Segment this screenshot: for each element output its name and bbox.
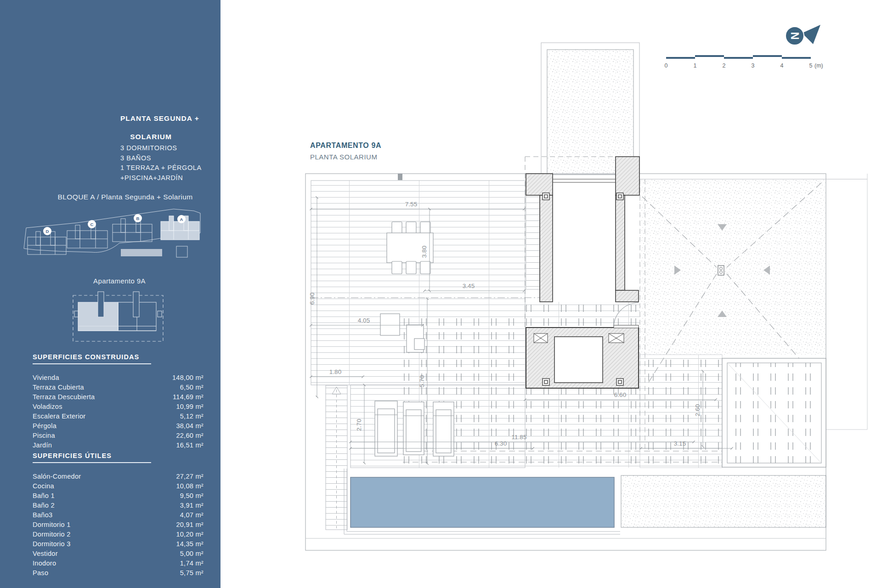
chair — [420, 261, 430, 274]
chair — [420, 222, 430, 234]
dim-label: 3.45 — [463, 283, 475, 289]
chair — [406, 222, 416, 234]
sun-lounger — [375, 401, 397, 456]
dim-label: 4.05 — [358, 317, 370, 324]
planter — [414, 339, 424, 350]
dim-label: 1.80 — [329, 368, 341, 375]
sun-lounger — [433, 402, 454, 456]
chair — [392, 222, 402, 234]
planter — [380, 314, 400, 335]
dim-label: 6.60 — [614, 391, 626, 398]
core-lower-void — [554, 337, 603, 383]
sun-lounger — [403, 402, 424, 455]
dim-label: 11.85 — [512, 434, 527, 441]
right-pergola — [722, 358, 826, 467]
dim-label: 6.90 — [309, 293, 316, 305]
core-beam — [553, 179, 616, 182]
dim-label: 3.15 — [674, 440, 686, 447]
dim-label: 6.30 — [495, 440, 507, 447]
chair — [392, 261, 402, 274]
stair-tower — [541, 43, 639, 175]
roof-drain — [718, 266, 724, 275]
border-vent — [398, 174, 402, 180]
stairwell-void — [553, 182, 616, 302]
stair-core — [526, 157, 639, 388]
pool — [344, 469, 620, 534]
dim-label: 2.70 — [356, 419, 362, 431]
floor-plan: 7.55 3.80 6.90 3.45 4.05 1.80 5.70 2.70 … — [0, 0, 882, 588]
dim-label: 5.70 — [418, 375, 425, 387]
dim-label: 3.80 — [421, 246, 428, 258]
dim-label: 2.60 — [694, 404, 701, 416]
garden — [621, 475, 826, 527]
chair — [406, 261, 416, 274]
gravel-roof — [639, 179, 826, 382]
core-stair-treads — [526, 195, 540, 289]
dim-label: 7.55 — [405, 201, 417, 208]
